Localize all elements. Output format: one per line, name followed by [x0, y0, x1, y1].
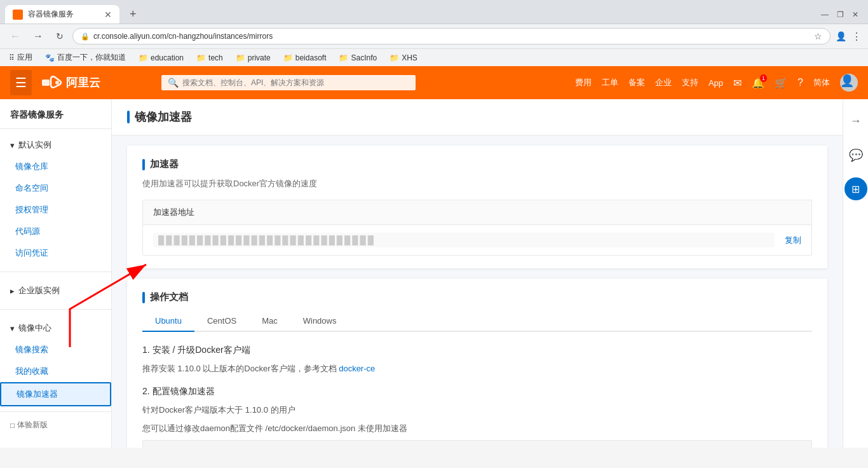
bookmark-apps[interactable]: ⠿ 应用 — [6, 51, 35, 64]
sidebar-image-search-label: 镜像搜索 — [15, 344, 48, 355]
email-icon[interactable]: ✉ — [733, 77, 742, 89]
browser-menu-icon[interactable]: ⋮ — [851, 31, 862, 43]
tab-windows[interactable]: Windows — [290, 311, 349, 332]
nav-link-qiye[interactable]: 企业 — [655, 77, 672, 88]
xhs-label: XHS — [402, 53, 417, 62]
code-line-1: sudo mkdir -p /etc/docker — [153, 447, 801, 448]
baidu-label: 百度一下，你就知道 — [57, 52, 126, 63]
bookmark-baidu[interactable]: 🐾 百度一下，你就知道 — [43, 51, 128, 64]
sidebar-item-codesource[interactable]: 代码源 — [0, 221, 111, 242]
right-panel-chat-icon[interactable]: 💬 — [844, 143, 868, 167]
profile-icon[interactable]: 👤 — [836, 31, 846, 41]
forward-button[interactable]: → — [29, 29, 47, 43]
folder-icon-private: 📁 — [236, 53, 245, 62]
step1-desc: 推荐安装 1.10.0 以上版本的Docker客户端，参考文档 docker-c… — [142, 362, 812, 376]
copy-button[interactable]: 复制 — [785, 235, 801, 246]
sidebar-item-default-instance[interactable]: ▾ 默认实例 — [0, 134, 111, 156]
tab-close-button[interactable]: ✕ — [104, 10, 112, 20]
beidasoft-label: beidasoft — [295, 53, 327, 62]
top-navigation: ☰ 阿里云 🔍 费用 工单 备案 企业 支持 App ✉ 🔔1 🛒 ? 简体 — [0, 66, 868, 99]
sidebar-footer-new-version[interactable]: □ 体验新版 — [0, 411, 111, 438]
bell-icon[interactable]: 🔔1 — [752, 77, 764, 89]
step1-title: 1. 安装 / 升级Docker客户端 — [142, 345, 812, 356]
nav-link-beian[interactable]: 备案 — [628, 77, 645, 88]
svg-point-1 — [55, 81, 59, 85]
accelerator-box: 加速器地址 ████████████████████████████ 复制 — [142, 200, 812, 256]
sidebar-auth-label: 授权管理 — [15, 204, 48, 216]
nav-link-zhichi[interactable]: 支持 — [682, 77, 698, 88]
avatar-icon[interactable]: 👤 — [840, 74, 858, 92]
browser-tab[interactable]: 容器镜像服务 ✕ — [5, 5, 119, 24]
accelerator-url-value: ████████████████████████████ — [153, 233, 775, 247]
sidebar-title: 容器镜像服务 — [0, 99, 111, 129]
sidebar-item-credentials[interactable]: 访问凭证 — [0, 242, 111, 264]
monitor-icon: □ — [10, 421, 15, 430]
sidebar-item-image-search[interactable]: 镜像搜索 — [0, 339, 111, 361]
bookmark-sacinfo[interactable]: 📁 SacInfo — [336, 52, 379, 64]
tab-ubuntu[interactable]: Ubuntu — [142, 311, 194, 332]
accelerator-section-title: 加速器 — [150, 158, 179, 170]
bookmark-star-icon[interactable]: ☆ — [814, 31, 822, 41]
ops-section: 操作文档 Ubuntu CentOS Mac Windows 1. 安装 / 升… — [127, 279, 827, 448]
arrow-right-icon: ▸ — [10, 286, 15, 296]
bookmark-private[interactable]: 📁 private — [233, 52, 273, 64]
accelerator-box-header: 加速器地址 — [143, 200, 811, 225]
cart-icon[interactable]: 🛒 — [775, 77, 787, 89]
sidebar-item-namespace[interactable]: 命名空间 — [0, 177, 111, 199]
refresh-button[interactable]: ↻ — [52, 30, 67, 43]
nav-link-app[interactable]: App — [709, 78, 723, 88]
sidebar-image-repo-label: 镜像仓库 — [15, 161, 48, 172]
os-tabs: Ubuntu CentOS Mac Windows — [142, 311, 812, 332]
step2-desc1: 针对Docker客户端版本大于 1.10.0 的用户 — [142, 404, 812, 417]
tab-title: 容器镜像服务 — [28, 9, 99, 20]
tab-centos[interactable]: CentOS — [194, 311, 249, 332]
private-label: private — [248, 53, 271, 62]
hamburger-menu-button[interactable]: ☰ — [10, 70, 32, 95]
docker-ce-link[interactable]: docker-ce — [339, 364, 375, 373]
bookmark-education[interactable]: 📁 education — [136, 52, 186, 64]
tab-favicon — [13, 10, 23, 20]
step-1: 1. 安装 / 升级Docker客户端 推荐安装 1.10.0 以上版本的Doc… — [142, 345, 812, 376]
folder-icon-beidasoft: 📁 — [283, 53, 293, 62]
apps-icon: ⠿ — [9, 53, 15, 62]
global-search-bar[interactable]: 🔍 — [161, 75, 416, 90]
bookmark-tech[interactable]: 📁 tech — [194, 52, 226, 64]
sidebar-item-favorites[interactable]: 我的收藏 — [0, 361, 111, 382]
right-panel-grid-button[interactable]: ⊞ — [844, 177, 867, 200]
nav-link-feiyu[interactable]: 费用 — [575, 77, 592, 88]
address-bar[interactable]: 🔒 cr.console.aliyun.com/cn-hangzhou/inst… — [72, 28, 831, 45]
sidebar-item-auth[interactable]: 授权管理 — [0, 199, 111, 221]
arrow-down-icon-2: ▾ — [10, 324, 15, 333]
sidebar-item-image-center[interactable]: ▾ 镜像中心 — [0, 317, 111, 339]
back-button[interactable]: ← — [6, 29, 24, 43]
ops-section-title: 操作文档 — [150, 291, 188, 303]
sidebar-credentials-label: 访问凭证 — [15, 247, 48, 259]
bookmarks-bar: ⠿ 应用 🐾 百度一下，你就知道 📁 education 📁 tech 📁 pr… — [0, 48, 868, 66]
logo: 阿里云 — [42, 75, 100, 90]
main-content: 镜像加速器 加速器 使用加速器可以提升获取Docker官方镜像的速度 加速器地址… — [112, 99, 843, 448]
bookmark-xhs[interactable]: 📁 XHS — [387, 52, 420, 64]
step2-title: 2. 配置镜像加速器 — [142, 386, 812, 397]
maximize-button[interactable]: ❐ — [835, 10, 845, 20]
top-nav-links: 费用 工单 备案 企业 支持 App ✉ 🔔1 🛒 ? 简体 👤 — [575, 74, 858, 92]
nav-link-gongdan[interactable]: 工单 — [602, 77, 618, 88]
search-input[interactable] — [182, 78, 409, 87]
sidebar-footer-label: 体验新版 — [17, 420, 48, 430]
language-label[interactable]: 简体 — [813, 77, 830, 88]
sidebar-item-image-repo[interactable]: 镜像仓库 — [0, 156, 111, 177]
accelerator-section: 加速器 使用加速器可以提升获取Docker官方镜像的速度 加速器地址 █████… — [127, 146, 827, 268]
new-tab-button[interactable]: + — [125, 5, 142, 24]
help-icon[interactable]: ? — [797, 77, 803, 88]
tab-mac[interactable]: Mac — [249, 311, 290, 332]
sidebar-item-enterprise[interactable]: ▸ 企业版实例 — [0, 280, 111, 301]
minimize-button[interactable]: — — [820, 10, 830, 20]
folder-icon-education: 📁 — [139, 53, 148, 62]
right-panel-arrow-icon[interactable]: → — [845, 109, 867, 133]
aliyun-logo-icon — [42, 76, 62, 90]
search-icon: 🔍 — [168, 78, 179, 88]
sidebar-codesource-label: 代码源 — [15, 226, 40, 237]
bookmark-beidasoft[interactable]: 📁 beidasoft — [281, 52, 329, 64]
close-window-button[interactable]: ✕ — [850, 10, 860, 20]
sidebar-item-accelerator[interactable]: 镜像加速器 — [0, 382, 111, 406]
arrow-down-icon: ▾ — [10, 141, 15, 150]
